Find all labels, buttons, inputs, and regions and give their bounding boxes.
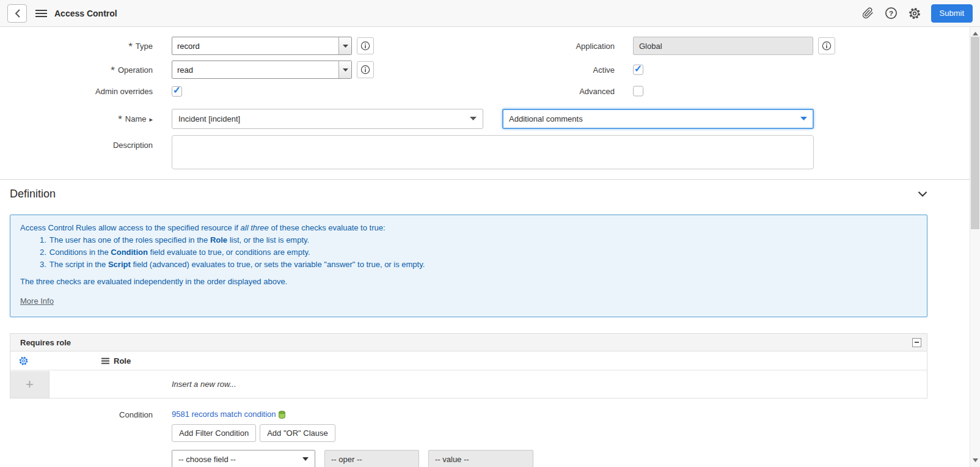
info-item: 1.The user has one of the roles specifie…: [20, 235, 917, 246]
group-application: Application Global: [364, 37, 835, 55]
add-or-button[interactable]: Add "OR" Clause: [260, 424, 335, 442]
requires-role-header: Requires role: [10, 334, 927, 351]
page-title: Access Control: [54, 9, 117, 18]
operation-label: *Operation: [10, 64, 153, 76]
type-select[interactable]: record: [172, 37, 352, 55]
settings-icon[interactable]: [905, 4, 924, 23]
records-icon: [279, 411, 285, 419]
info-intro: Access Control Rules allow access to the…: [20, 222, 917, 234]
chevron-down-icon: [338, 61, 351, 78]
info-item: 3.The script in the Script field (advanc…: [20, 259, 917, 270]
expand-arrow-icon[interactable]: ▸: [149, 116, 153, 123]
definition-info-box: Access Control Rules allow access to the…: [10, 215, 927, 317]
required-icon: *: [128, 41, 133, 53]
insert-row-text[interactable]: Insert a new row...: [172, 380, 236, 389]
info-footer: The three checks are evaluated independe…: [20, 276, 917, 287]
required-icon: *: [118, 114, 122, 125]
attachment-icon[interactable]: [859, 4, 877, 23]
condition-builder: 9581 records match condition Add Filter …: [172, 409, 533, 467]
scrollbar[interactable]: [970, 27, 980, 467]
role-column-header[interactable]: Role: [101, 356, 131, 366]
role-table-header: Role: [10, 351, 927, 370]
description-label: Description: [10, 135, 153, 150]
name-label: *Name▸: [10, 112, 153, 125]
scroll-down-icon[interactable]: [970, 455, 980, 465]
row-condition: Condition 9581 records match condition A…: [10, 409, 927, 467]
requires-role-section: Requires role Role + Insert a new row...: [10, 333, 927, 399]
name-field-select[interactable]: Additional comments: [502, 109, 814, 129]
context-menu-icon[interactable]: [35, 9, 47, 18]
name-table-select[interactable]: Incident [incident]: [172, 109, 483, 129]
condition-label: Condition: [10, 409, 153, 419]
insert-row-button[interactable]: +: [10, 371, 49, 398]
active-label: Active: [364, 65, 615, 75]
check-icon: ✓: [634, 64, 642, 74]
definition-section-header: Definition: [10, 186, 927, 202]
application-label: Application: [364, 42, 615, 51]
row-admin-overrides: Admin overrides ✓ Advanced: [10, 84, 927, 98]
application-field: Global: [633, 37, 813, 55]
required-icon: *: [111, 65, 115, 76]
dropdown-triangle-icon: [302, 457, 309, 461]
row-description: Description: [10, 135, 927, 169]
admin-overrides-checkbox[interactable]: ✓: [172, 86, 182, 97]
row-operation: *Operation read Active ✓: [10, 61, 927, 79]
application-info-icon[interactable]: [818, 37, 835, 54]
operation-select[interactable]: read: [172, 61, 352, 79]
back-button[interactable]: [7, 4, 27, 23]
info-item: 2.Conditions in the Condition field eval…: [20, 247, 917, 258]
definition-section-title: Definition: [10, 188, 56, 200]
help-icon[interactable]: ?: [882, 4, 901, 23]
svg-text:?: ?: [889, 10, 893, 17]
admin-overrides-label: Admin overrides: [10, 87, 153, 96]
records-match-link[interactable]: 9581 records match condition: [172, 410, 276, 419]
more-info-link[interactable]: More Info: [20, 296, 54, 307]
type-label: *Type: [10, 40, 153, 52]
collapse-definition-icon[interactable]: [918, 191, 927, 197]
list-settings-icon[interactable]: [18, 356, 29, 366]
dropdown-triangle-icon: [470, 117, 477, 120]
advanced-label: Advanced: [364, 87, 615, 96]
chevron-down-icon: [338, 37, 351, 54]
header-bar: Access Control ? Submit: [0, 0, 980, 27]
insert-row: + Insert a new row...: [10, 370, 927, 398]
section-divider: [0, 179, 970, 180]
form-content: *Type record Application Global *Operati…: [0, 27, 970, 467]
group-advanced: Advanced: [364, 86, 643, 97]
list-icon: [101, 358, 109, 364]
choose-field-select[interactable]: -- choose field --: [172, 450, 315, 467]
check-icon: ✓: [173, 86, 181, 95]
value-select: -- value --: [428, 450, 533, 467]
description-textarea[interactable]: [172, 135, 814, 169]
row-type: *Type record Application Global: [10, 37, 927, 55]
advanced-checkbox[interactable]: [633, 86, 643, 97]
group-active: Active ✓: [364, 65, 643, 75]
requires-role-title: Requires role: [20, 338, 71, 347]
collapse-list-icon[interactable]: [912, 338, 921, 347]
active-checkbox[interactable]: ✓: [633, 65, 643, 75]
row-name: *Name▸ Incident [incident] Additional co…: [10, 108, 927, 129]
dropdown-triangle-icon: [800, 117, 807, 120]
oper-select: -- oper --: [324, 450, 419, 467]
scrollbar-thumb[interactable]: [971, 37, 979, 229]
add-filter-button[interactable]: Add Filter Condition: [172, 424, 256, 442]
submit-button[interactable]: Submit: [931, 4, 973, 23]
